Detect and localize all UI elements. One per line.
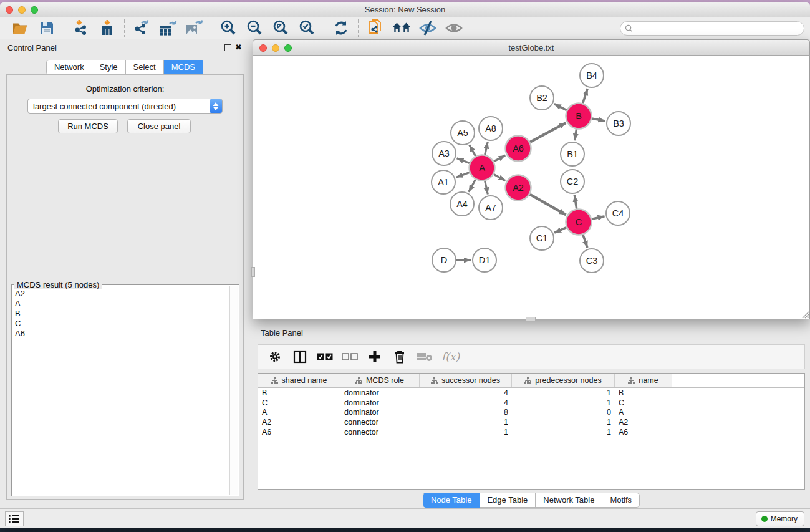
table-cell[interactable]: 1: [512, 417, 615, 427]
save-session-icon[interactable]: [37, 19, 56, 37]
result-list-item[interactable]: C: [12, 319, 229, 329]
table-cell[interactable]: A: [258, 408, 340, 418]
table-tab-node-table[interactable]: Node Table: [423, 493, 480, 508]
table-cell[interactable]: 1: [420, 417, 512, 427]
table-cell[interactable]: B: [258, 388, 340, 398]
table-cell[interactable]: 1: [512, 427, 615, 437]
export-table-icon[interactable]: [158, 19, 177, 37]
graph-node-B1[interactable]: B1: [561, 142, 584, 166]
edge-C-C1[interactable]: [554, 228, 566, 233]
zoom-selected-icon[interactable]: [297, 19, 316, 37]
table-tab-motifs[interactable]: Motifs: [602, 493, 640, 508]
zoom-fit-icon[interactable]: [271, 19, 290, 37]
edge-A-A6[interactable]: [494, 155, 505, 162]
graph-node-D1[interactable]: D1: [473, 248, 496, 272]
table-cell[interactable]: C: [258, 398, 340, 408]
table-cell[interactable]: connector: [340, 417, 420, 427]
edge-A-A3[interactable]: [457, 158, 470, 163]
graph-node-C2[interactable]: C2: [561, 170, 584, 193]
tab-select[interactable]: Select: [126, 60, 164, 75]
edge-A-A5[interactable]: [470, 145, 476, 156]
table-cell[interactable]: 4: [420, 398, 512, 408]
graph-node-A6[interactable]: A6: [506, 136, 531, 162]
edge-A-A8[interactable]: [485, 142, 488, 155]
graph-node-C[interactable]: C: [566, 210, 592, 235]
column-layout-icon[interactable]: [292, 349, 308, 365]
table-cell[interactable]: A: [615, 408, 672, 418]
graph-node-A[interactable]: A: [470, 155, 495, 181]
new-network-from-selection-icon[interactable]: [366, 19, 385, 37]
table-cell[interactable]: A6: [615, 427, 672, 437]
graph-node-B4[interactable]: B4: [580, 64, 604, 87]
column-header-name[interactable]: name: [615, 374, 672, 387]
table-tab-edge-table[interactable]: Edge Table: [480, 493, 536, 508]
result-list-item[interactable]: B: [12, 309, 229, 319]
edge-A2-C[interactable]: [530, 195, 566, 215]
graph-node-C3[interactable]: C3: [580, 249, 604, 273]
add-column-icon[interactable]: [367, 349, 383, 365]
open-file-icon[interactable]: [11, 19, 30, 37]
task-history-button[interactable]: [5, 511, 24, 526]
graph-node-B2[interactable]: B2: [530, 86, 554, 110]
table-cell[interactable]: A6: [258, 427, 340, 437]
window-edge-grip[interactable]: [526, 317, 536, 321]
zoom-in-icon[interactable]: [219, 19, 238, 37]
tab-network[interactable]: Network: [46, 60, 92, 75]
show-selected-icon[interactable]: [445, 19, 463, 37]
resize-grip-icon[interactable]: [801, 310, 809, 319]
table-cell[interactable]: dominator: [340, 408, 420, 418]
table-row[interactable]: Bdominator41B: [258, 388, 804, 398]
search-field[interactable]: [620, 21, 804, 36]
table-cell[interactable]: 0: [512, 408, 615, 418]
graph-node-C1[interactable]: C1: [530, 226, 554, 250]
float-panel-icon[interactable]: [224, 44, 231, 51]
edge-A-A2[interactable]: [494, 174, 506, 180]
table-row[interactable]: A2connector11A2: [258, 417, 804, 427]
graph-node-D[interactable]: D: [432, 248, 456, 272]
edge-A-A1[interactable]: [456, 172, 470, 177]
table-cell[interactable]: 4: [420, 388, 512, 398]
table-cell[interactable]: A2: [615, 417, 672, 427]
import-network-icon[interactable]: [72, 19, 90, 37]
result-list-item[interactable]: A6: [12, 329, 229, 339]
graph-node-B[interactable]: B: [566, 104, 592, 129]
edge-A-A7[interactable]: [485, 181, 488, 195]
mcds-result-list[interactable]: A2ABCA6: [12, 289, 229, 495]
result-list-scrollbar[interactable]: [229, 286, 238, 495]
table-cell[interactable]: 1: [512, 388, 615, 398]
table-row[interactable]: A6connector11A6: [258, 427, 804, 437]
select-all-columns-icon[interactable]: [317, 349, 333, 365]
edge-C-C4[interactable]: [592, 216, 605, 220]
graph-node-A7[interactable]: A7: [479, 196, 503, 220]
edge-B-B3[interactable]: [592, 118, 605, 121]
graph-node-A1[interactable]: A1: [432, 170, 455, 194]
run-mcds-button[interactable]: Run MCDS: [58, 119, 118, 133]
graph-node-C4[interactable]: C4: [606, 201, 630, 225]
node-table[interactable]: shared nameMCDS rolesuccessor nodesprede…: [258, 373, 805, 490]
window-edge-grip[interactable]: [251, 267, 255, 277]
result-list-item[interactable]: A: [12, 299, 229, 309]
export-network-icon[interactable]: [132, 19, 151, 37]
table-cell[interactable]: 1: [420, 427, 512, 437]
edge-B-B2[interactable]: [554, 104, 567, 110]
tab-style[interactable]: Style: [92, 60, 126, 75]
graph-node-A4[interactable]: A4: [450, 192, 474, 216]
tab-mcds[interactable]: MCDS: [164, 60, 203, 75]
table-row[interactable]: Cdominator41C: [258, 398, 804, 408]
column-header-successor-nodes[interactable]: successor nodes: [420, 374, 512, 387]
close-panel-icon[interactable]: ✖: [235, 42, 242, 52]
edge-A6-B[interactable]: [530, 123, 566, 142]
memory-button[interactable]: Memory: [756, 511, 804, 526]
hide-selected-icon[interactable]: [418, 19, 437, 37]
column-header-predecessor-nodes[interactable]: predecessor nodes: [512, 374, 615, 387]
edge-C-C2[interactable]: [574, 195, 576, 209]
network-canvas[interactable]: B4B2BB3A8A5A6A3B1AA1C2A2A4A7C4CC1DD1C3: [253, 56, 810, 319]
close-panel-button[interactable]: Close panel: [127, 119, 191, 133]
edge-C-C3[interactable]: [583, 235, 587, 248]
table-cell[interactable]: C: [615, 398, 672, 408]
column-header-MCDS-role[interactable]: MCDS role: [340, 374, 420, 387]
unselect-all-columns-icon[interactable]: [342, 349, 358, 365]
function-builder-icon[interactable]: f(x): [441, 351, 460, 363]
graph-node-B3[interactable]: B3: [607, 112, 630, 135]
edge-B-B1[interactable]: [575, 129, 577, 140]
